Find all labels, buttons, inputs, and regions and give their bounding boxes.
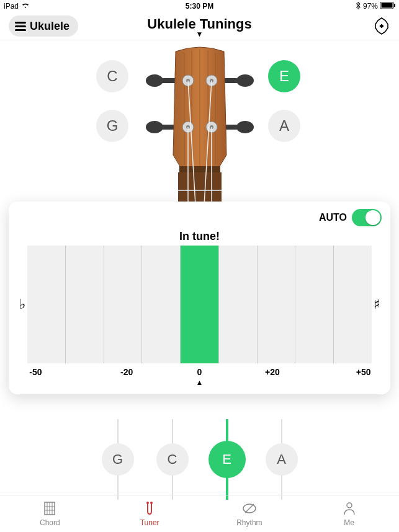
scale-tick: -20 — [120, 367, 133, 377]
status-bar: iPad 5:30 PM 97% — [0, 0, 399, 12]
flat-icon: ♭ — [17, 246, 27, 363]
string-label: G — [102, 443, 134, 476]
scale-tick: +20 — [265, 367, 280, 377]
instrument-selector[interactable]: Ukulele — [9, 16, 78, 37]
tab-label: Tuner — [140, 518, 159, 527]
tab-label: Chord — [40, 518, 60, 527]
tab-chord[interactable]: Chord — [0, 495, 100, 532]
svg-rect-19 — [178, 172, 222, 205]
svg-line-42 — [245, 504, 254, 513]
headstock-area: C G E A — [0, 40, 399, 202]
string-button-a[interactable]: A — [263, 419, 300, 500]
wifi-icon — [21, 2, 30, 11]
title-dropdown[interactable]: Ukulele Tunings ▼ — [147, 16, 251, 36]
tab-bar: Chord Tuner Rhythm Me — [0, 495, 399, 532]
scale-tick: -50 — [29, 367, 42, 377]
string-label: A — [266, 443, 298, 476]
tuner-card: AUTO In tune! ♭ ♯ -50 -20 0 +20 +50 ▲ — [9, 202, 390, 394]
header: Ukulele Ukulele Tunings ▼ — [0, 12, 399, 40]
battery-icon — [380, 2, 395, 11]
string-selector: G C E A — [0, 419, 399, 500]
scale-center: 0 — [197, 367, 202, 377]
settings-icon — [373, 17, 390, 35]
tuner-icon — [141, 500, 158, 516]
tab-label: Rhythm — [236, 518, 262, 527]
string-button-g[interactable]: G — [99, 419, 137, 500]
tuner-meter: ♭ ♯ — [17, 246, 382, 363]
note-button-g[interactable]: G — [96, 110, 128, 142]
svg-rect-2 — [394, 4, 395, 7]
auto-toggle[interactable] — [352, 209, 382, 226]
chord-icon — [42, 500, 58, 516]
indicator-triangle: ▲ — [196, 378, 204, 387]
note-button-e[interactable]: E — [268, 60, 300, 92]
scale-tick: +50 — [356, 367, 371, 377]
sharp-icon: ♯ — [372, 246, 382, 363]
tab-tuner[interactable]: Tuner — [100, 495, 200, 532]
chevron-down-icon: ▼ — [147, 32, 251, 36]
string-button-c[interactable]: C — [154, 419, 191, 500]
svg-rect-1 — [382, 3, 393, 8]
svg-point-9 — [236, 74, 254, 87]
bluetooth-icon — [356, 2, 361, 11]
svg-rect-6 — [161, 78, 176, 83]
person-icon — [341, 500, 357, 516]
tune-status: In tune! — [17, 230, 382, 243]
svg-rect-10 — [223, 78, 238, 83]
svg-point-43 — [347, 503, 352, 508]
tab-rhythm[interactable]: Rhythm — [200, 495, 300, 532]
rhythm-icon — [241, 500, 258, 516]
string-label: C — [156, 443, 189, 476]
ukulele-headstock — [141, 47, 259, 205]
string-label: E — [208, 441, 246, 478]
note-button-c[interactable]: C — [96, 60, 128, 92]
settings-button[interactable] — [373, 17, 390, 37]
svg-point-39 — [146, 502, 149, 504]
svg-point-5 — [146, 74, 163, 87]
instrument-label: Ukulele — [30, 20, 69, 33]
tab-me[interactable]: Me — [299, 495, 399, 532]
svg-point-40 — [150, 502, 153, 504]
battery-label: 97% — [363, 2, 378, 11]
clock: 5:30 PM — [186, 2, 213, 11]
tab-label: Me — [344, 518, 354, 527]
device-label: iPad — [4, 2, 19, 11]
meter-scale: -50 -20 0 +20 +50 ▲ — [17, 367, 382, 381]
svg-rect-18 — [179, 166, 220, 172]
auto-label: AUTO — [319, 212, 347, 223]
string-button-e[interactable]: E — [208, 419, 246, 500]
svg-rect-4 — [379, 24, 383, 28]
menu-icon — [15, 22, 26, 31]
svg-point-11 — [236, 121, 254, 133]
note-button-a[interactable]: A — [268, 110, 300, 142]
svg-point-7 — [146, 121, 163, 133]
